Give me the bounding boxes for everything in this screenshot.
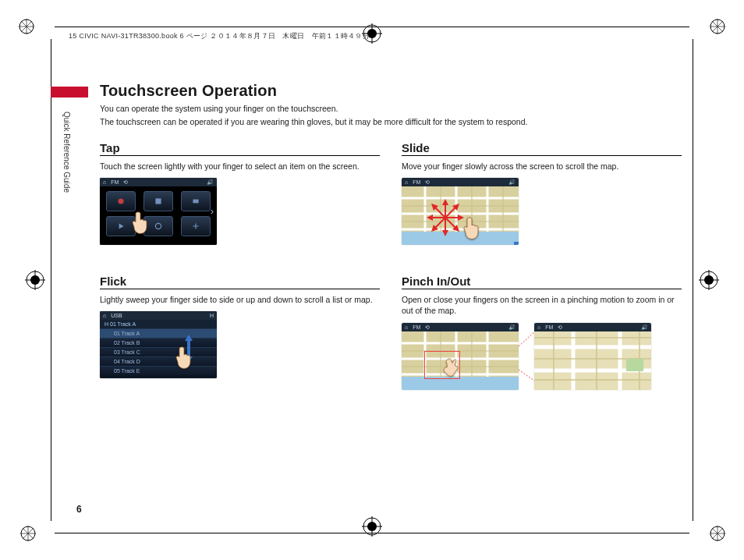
chapter-color-tab — [51, 87, 88, 97]
bar-item: ⌂ — [405, 178, 408, 186]
crosshair-target-icon — [25, 270, 45, 290]
zoom-projection-lines-icon — [519, 323, 534, 390]
section-desc: Touch the screen lightly with your finge… — [100, 161, 380, 172]
section-desc: Lightly sweep your finger side to side o… — [100, 294, 380, 305]
crop-line-right — [693, 39, 693, 521]
pinch-illustration-pair: ⌂ FM ⟲ 🔊 — [402, 323, 682, 390]
crosshair-target-icon — [699, 270, 719, 290]
svg-rect-22 — [626, 359, 643, 371]
section-rule — [402, 289, 682, 289]
bar-item: ⌂ — [103, 178, 106, 186]
bar-item: USB — [111, 311, 122, 320]
status-bar: ⌂ USB H — [100, 311, 217, 320]
bar-item: FM — [413, 323, 420, 331]
bar-item: 🔊 — [641, 323, 648, 331]
status-bar: ⌂ FM ⟲ 🔊 — [402, 178, 519, 186]
section-flick: Flick Lightly sweep your finger side to … — [100, 275, 380, 378]
bar-item: FM — [111, 178, 119, 186]
section-heading: Pinch In/Out — [402, 275, 682, 288]
print-slug: 15 CIVIC NAVI-31TR38300.book 6 ページ ２０１４年… — [69, 31, 370, 41]
list-item: 04 Track D — [100, 356, 217, 366]
svg-rect-16 — [187, 341, 190, 356]
bar-item: ⌂ — [405, 323, 408, 331]
svg-point-15 — [155, 224, 161, 229]
status-bar: ⌂ FM ⟲ 🔊 — [100, 178, 217, 186]
grid-tile — [181, 216, 211, 236]
section-heading: Slide — [402, 141, 682, 154]
section-tap: Tap Touch the screen lightly with your f… — [100, 141, 380, 245]
registration-mark-icon — [710, 526, 725, 541]
registration-mark-icon — [710, 19, 725, 34]
flick-illustration: ⌂ USB H H 01 Track A 01 Track A 02 Track… — [100, 311, 217, 378]
chevron-right-icon: › — [211, 206, 214, 217]
content-area: Quick Reference Guide Touchscreen Operat… — [62, 82, 682, 513]
vertical-double-arrow-icon — [182, 333, 195, 367]
right-column: Slide Move your finger slowly across the… — [402, 141, 682, 513]
section-pinch: Pinch In/Out Open or close your fingers … — [402, 275, 682, 389]
bar-item: ⌂ — [103, 311, 106, 320]
section-desc: Move your finger slowly across the scree… — [402, 161, 682, 172]
list-item: 01 Track A — [100, 328, 217, 338]
section-heading: Tap — [100, 141, 380, 154]
pinch-after-illustration: ⌂ FM ⟲ 🔊 — [534, 323, 651, 390]
manual-page: 15 CIVIC NAVI-31TR38300.book 6 ページ ２０１４年… — [0, 0, 744, 560]
grid-tile — [143, 216, 173, 236]
grid-tile — [181, 191, 211, 211]
registration-mark-icon — [19, 19, 34, 34]
map-graphic-zoomed — [534, 331, 651, 390]
map-graphic — [402, 331, 519, 390]
bar-item: 🔊 — [207, 178, 214, 186]
bar-item: H — [210, 311, 214, 320]
svg-rect-13 — [155, 199, 161, 204]
intro-line-1: You can operate the system using your fi… — [100, 103, 682, 115]
side-label: Quick Reference Guide — [62, 112, 71, 193]
intro-line-2: The touchscreen can be operated if you a… — [100, 116, 682, 128]
registration-mark-icon — [20, 526, 36, 541]
section-rule — [100, 155, 380, 156]
track-list: H 01 Track A 01 Track A 02 Track B 03 Tr… — [100, 320, 217, 378]
list-item: 03 Track C — [100, 347, 217, 356]
list-item: 02 Track B — [100, 338, 217, 347]
page-number: 6 — [76, 504, 82, 515]
bar-item: ⌂ — [537, 323, 540, 331]
section-rule — [100, 289, 380, 289]
list-header: H 01 Track A — [100, 320, 217, 328]
svg-rect-20 — [402, 377, 519, 390]
pinch-before-illustration: ⌂ FM ⟲ 🔊 — [402, 323, 519, 390]
zoom-region-outline — [425, 352, 459, 378]
bar-item: ⟲ — [123, 178, 128, 186]
slide-illustration: ⌂ FM ⟲ 🔊 — [402, 178, 519, 245]
section-desc: Open or close your fingers on the screen… — [402, 294, 682, 316]
left-column: Tap Touch the screen lightly with your f… — [100, 141, 380, 513]
bar-item: FM — [413, 178, 420, 186]
section-heading: Flick — [100, 275, 380, 288]
two-column-layout: Tap Touch the screen lightly with your f… — [100, 141, 682, 513]
status-bar: ⌂ FM ⟲ 🔊 — [534, 323, 651, 331]
crop-line-left — [51, 39, 51, 521]
page-title: Touchscreen Operation — [100, 82, 682, 100]
bar-item: 🔊 — [508, 323, 515, 331]
crosshair-target-icon — [362, 516, 382, 537]
bar-item: FM — [545, 323, 553, 331]
section-slide: Slide Move your finger slowly across the… — [402, 141, 682, 245]
svg-point-12 — [118, 199, 123, 204]
bar-item: 🔊 — [508, 178, 515, 186]
bar-item: ⟲ — [425, 323, 430, 331]
grid-tile — [106, 216, 136, 236]
list-item: 05 Track E — [100, 366, 217, 375]
bar-item: ⟲ — [558, 323, 562, 331]
status-bar: ⌂ FM ⟲ 🔊 — [402, 323, 519, 331]
grid-tile — [143, 191, 173, 211]
svg-rect-14 — [193, 200, 198, 204]
bar-item: ⟲ — [425, 178, 430, 186]
grid-tile — [106, 191, 136, 211]
app-grid: › — [100, 186, 217, 245]
section-rule — [402, 155, 682, 156]
tap-illustration: ⌂ FM ⟲ 🔊 › — [100, 178, 217, 245]
map-graphic — [402, 186, 519, 245]
